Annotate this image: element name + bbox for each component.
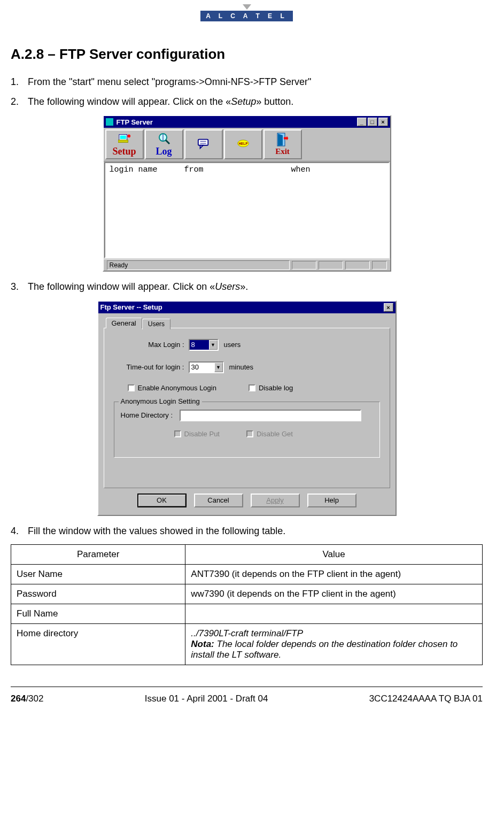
- step-1: 1. From the "start" menu select "program…: [11, 75, 483, 89]
- maxlogin-label: Max Login :: [114, 341, 189, 349]
- th-parameter: Parameter: [11, 544, 185, 564]
- statusbar: Ready: [104, 259, 390, 271]
- svg-point-3: [127, 134, 130, 137]
- step-4: 4. Fill the window with the values showe…: [11, 525, 483, 538]
- col-when: when: [291, 165, 311, 174]
- svg-rect-2: [118, 140, 128, 143]
- close-button[interactable]: ×: [384, 303, 393, 312]
- ok-button[interactable]: OK: [137, 494, 187, 507]
- page-footer: 264/302 Issue 01 - April 2001 - Draft 04…: [11, 687, 483, 715]
- message-button[interactable]: [184, 129, 223, 159]
- timeout-label: Time-out for login :: [114, 363, 189, 371]
- page-title: A.2.8 – FTP Server configuration: [11, 46, 483, 63]
- maxlogin-input[interactable]: [190, 340, 209, 350]
- svg-line-5: [166, 140, 169, 144]
- brand-logo: A L C A T E L: [11, 0, 483, 25]
- home-dir-label: Home Directory :: [121, 411, 180, 419]
- exit-button[interactable]: Exit: [263, 129, 302, 159]
- timeout-input[interactable]: [190, 363, 214, 372]
- th-value: Value: [185, 544, 483, 564]
- setup-dialog: Ftp Server -- Setup × General Users Max …: [97, 300, 397, 516]
- ftp-server-window: FTP Server _ □ × Setup Log: [103, 115, 391, 272]
- dropdown-icon[interactable]: ▼: [209, 340, 218, 350]
- dialog-title: Ftp Server -- Setup: [100, 303, 162, 311]
- connection-list: login name from when: [104, 162, 390, 258]
- maxlogin-unit: users: [224, 341, 241, 349]
- apply-button: Apply: [251, 494, 300, 507]
- table-row: Password ww7390 (it depends on the FTP c…: [11, 584, 483, 604]
- tab-general[interactable]: General: [106, 318, 142, 328]
- close-button[interactable]: ×: [378, 118, 388, 126]
- app-icon: [106, 118, 113, 126]
- window-title: FTP Server: [117, 118, 153, 126]
- disable-get-checkbox: Disable Get: [246, 430, 293, 438]
- help-button[interactable]: HELP: [224, 129, 262, 159]
- enable-anonymous-checkbox[interactable]: Enable Anonymous Login: [128, 384, 216, 392]
- maximize-button[interactable]: □: [368, 118, 377, 126]
- setup-button[interactable]: Setup: [105, 129, 144, 159]
- log-button[interactable]: Log: [145, 129, 183, 159]
- table-row: User Name ANT7390 (it depends on the FTP…: [11, 564, 483, 584]
- setup-icon: [118, 132, 131, 145]
- titlebar: Ftp Server -- Setup ×: [98, 302, 396, 313]
- help-icon: HELP: [237, 137, 250, 150]
- svg-rect-7: [198, 140, 207, 145]
- anonymous-group: Anonymous Login Setting Home Directory :…: [114, 402, 380, 458]
- speech-icon: [197, 137, 210, 150]
- dropdown-icon[interactable]: ▼: [214, 363, 223, 372]
- home-dir-input[interactable]: [180, 410, 361, 421]
- general-panel: Max Login : ▼ users Time-out for login :…: [104, 328, 390, 488]
- exit-icon: [276, 133, 289, 146]
- maxlogin-combo[interactable]: ▼: [189, 339, 219, 351]
- disable-put-checkbox: Disable Put: [174, 430, 220, 438]
- col-login: login name: [110, 165, 184, 174]
- table-row: Home directory ../7390LT-craft terminal/…: [11, 623, 483, 665]
- minimize-button[interactable]: _: [357, 118, 367, 126]
- parameters-table: Parameter Value User Name ANT7390 (it de…: [11, 544, 483, 665]
- disable-log-checkbox[interactable]: Disable log: [249, 384, 293, 392]
- magnifier-icon: [158, 132, 170, 145]
- table-row: Full Name: [11, 604, 483, 623]
- step-2: 2. The following window will appear. Cli…: [11, 95, 483, 109]
- help-button[interactable]: Help: [307, 494, 356, 507]
- tab-users[interactable]: Users: [142, 319, 170, 329]
- toolbar: Setup Log HELP: [104, 128, 390, 161]
- col-from: from: [184, 165, 291, 174]
- cancel-button[interactable]: Cancel: [194, 494, 243, 507]
- svg-rect-1: [120, 135, 126, 138]
- step-3: 3. The following window will appear. Cli…: [11, 280, 483, 294]
- svg-text:HELP: HELP: [238, 142, 248, 145]
- timeout-unit: minutes: [229, 363, 254, 371]
- timeout-combo[interactable]: ▼: [189, 361, 224, 373]
- titlebar: FTP Server _ □ ×: [104, 116, 390, 128]
